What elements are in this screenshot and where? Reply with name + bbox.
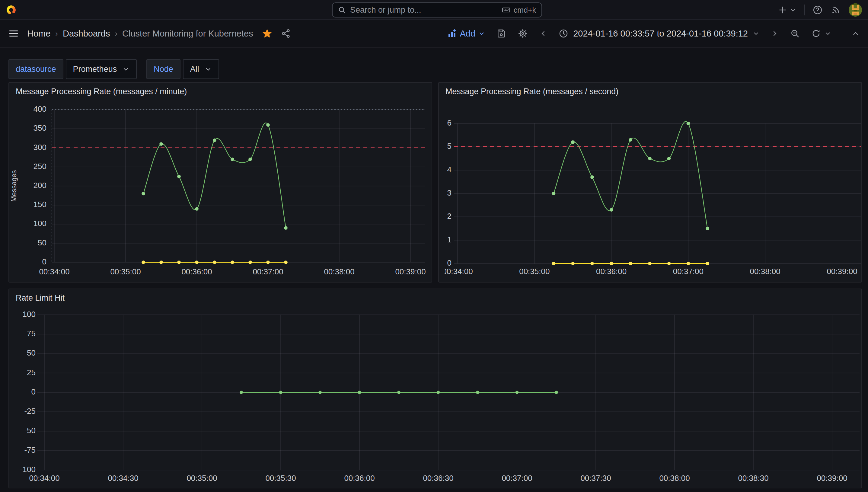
timeseries-chart[interactable]: 05010015020025030035040000:34:0000:35:00… [9, 83, 432, 282]
svg-text:00:39:00: 00:39:00 [827, 267, 857, 276]
panel-message-rate-minute: Message Processing Rate (messages / minu… [8, 82, 432, 282]
svg-text:5: 5 [447, 142, 451, 151]
search-placeholder: Search or jump to... [350, 5, 497, 15]
time-range-text: 2024-01-16 00:33:57 to 2024-01-16 00:39:… [573, 29, 748, 39]
refresh-button[interactable] [811, 29, 831, 38]
svg-text:75: 75 [27, 329, 35, 338]
svg-text:00:37:00: 00:37:00 [253, 267, 283, 276]
clock-icon [559, 29, 568, 38]
timeseries-chart[interactable]: -100-75-50-25025507510000:34:0000:34:300… [9, 289, 862, 488]
svg-text:1: 1 [447, 235, 451, 244]
svg-text:25: 25 [27, 368, 35, 377]
breadcrumb-separator: › [110, 29, 122, 38]
svg-text:400: 400 [33, 104, 47, 114]
svg-text:00:35:00: 00:35:00 [110, 267, 141, 276]
graph-add-icon [447, 29, 457, 38]
svg-text:00:38:30: 00:38:30 [738, 474, 768, 483]
svg-text:3: 3 [447, 188, 451, 197]
svg-text:0: 0 [447, 259, 451, 267]
svg-text:0: 0 [42, 257, 47, 266]
zoom-out-icon[interactable] [790, 29, 800, 38]
svg-text:00:38:00: 00:38:00 [324, 267, 354, 276]
svg-text:00:36:00: 00:36:00 [344, 474, 375, 483]
svg-text:00:36:00: 00:36:00 [596, 267, 626, 276]
grafana-dashboard: Search or jump to... cmd+k [0, 0, 868, 492]
svg-text:00:35:00: 00:35:00 [519, 267, 550, 276]
time-range-picker[interactable]: 2024-01-16 00:33:57 to 2024-01-16 00:39:… [559, 29, 759, 39]
plus-icon [778, 5, 787, 15]
collapse-up-icon[interactable] [852, 30, 860, 38]
variable-value-datasource[interactable]: Prometheus [66, 59, 137, 79]
svg-text:00:39:00: 00:39:00 [817, 474, 847, 483]
svg-text:-25: -25 [24, 407, 35, 416]
svg-text:50: 50 [38, 238, 47, 247]
divider [804, 4, 804, 16]
share-icon[interactable] [281, 29, 291, 38]
svg-text:00:34:00: 00:34:00 [442, 267, 473, 276]
new-button[interactable] [778, 5, 796, 15]
svg-text:00:38:00: 00:38:00 [750, 267, 780, 276]
svg-text:300: 300 [33, 143, 47, 152]
svg-text:6: 6 [447, 118, 451, 127]
menu-icon[interactable] [8, 28, 19, 39]
svg-text:100: 100 [33, 219, 47, 228]
svg-text:00:37:00: 00:37:00 [502, 474, 532, 483]
search-input[interactable]: Search or jump to... cmd+k [332, 2, 542, 18]
svg-text:4: 4 [447, 165, 451, 174]
svg-text:0: 0 [31, 387, 35, 396]
panel-rate-limit-hit: Rate Limit Hit -100-75-50-25025507510000… [8, 289, 862, 488]
svg-text:250: 250 [33, 162, 47, 171]
svg-text:00:36:30: 00:36:30 [423, 474, 453, 483]
variable-label-node[interactable]: Node [146, 59, 180, 79]
grafana-logo[interactable] [6, 5, 16, 15]
save-icon[interactable] [496, 29, 506, 38]
svg-text:2: 2 [447, 212, 451, 221]
svg-text:00:34:00: 00:34:00 [29, 474, 59, 483]
breadcrumb-separator: › [50, 29, 63, 38]
refresh-icon [811, 29, 821, 38]
news-icon[interactable] [830, 5, 841, 15]
svg-text:00:39:00: 00:39:00 [395, 267, 425, 276]
breadcrumb: Home › Dashboards › Cluster Monitoring f… [27, 29, 253, 39]
template-variables: datasource Prometheus Node All [8, 59, 219, 79]
svg-text:-100: -100 [20, 465, 35, 474]
search-icon [338, 6, 346, 14]
chevron-down-icon [205, 66, 212, 73]
svg-text:00:36:00: 00:36:00 [181, 267, 212, 276]
chevron-down-icon [122, 66, 129, 73]
nav-bar: Home › Dashboards › Cluster Monitoring f… [0, 20, 868, 48]
breadcrumb-dashboards[interactable]: Dashboards [63, 29, 110, 39]
chevron-down-icon [478, 30, 485, 37]
svg-text:00:34:30: 00:34:30 [108, 474, 138, 483]
svg-text:-75: -75 [24, 445, 35, 454]
svg-text:00:37:30: 00:37:30 [580, 474, 611, 483]
variable-value-node[interactable]: All [183, 59, 219, 79]
breadcrumb-current[interactable]: Cluster Monitoring for Kubernetes [122, 29, 253, 39]
chevron-down-icon [753, 30, 759, 37]
svg-text:50: 50 [27, 348, 35, 358]
star-icon[interactable] [262, 28, 273, 39]
add-button[interactable]: Add [447, 29, 485, 39]
svg-text:00:35:30: 00:35:30 [265, 474, 296, 483]
breadcrumb-home[interactable]: Home [27, 29, 50, 39]
svg-text:350: 350 [33, 123, 47, 132]
svg-text:00:34:00: 00:34:00 [39, 267, 69, 276]
chevron-down-icon [824, 30, 831, 37]
svg-text:00:38:00: 00:38:00 [659, 474, 690, 483]
avatar[interactable] [849, 3, 862, 17]
shortcut-hint: cmd+k [502, 5, 536, 15]
panel-message-rate-second: Message Processing Rate (messages / seco… [438, 82, 862, 282]
top-bar: Search or jump to... cmd+k [0, 0, 868, 20]
chevron-left-icon[interactable] [539, 30, 547, 38]
svg-text:Messages: Messages [10, 170, 18, 202]
svg-text:200: 200 [33, 181, 47, 190]
svg-text:-50: -50 [24, 426, 35, 435]
variable-label-datasource[interactable]: datasource [8, 59, 64, 79]
timeseries-chart[interactable]: 012345600:34:0000:35:0000:36:0000:37:000… [439, 83, 862, 282]
keyboard-icon [502, 5, 511, 15]
chevron-right-icon[interactable] [771, 30, 779, 38]
gear-icon[interactable] [518, 28, 528, 39]
help-icon[interactable] [813, 5, 823, 15]
svg-text:100: 100 [23, 310, 35, 319]
svg-text:00:37:00: 00:37:00 [673, 267, 703, 276]
